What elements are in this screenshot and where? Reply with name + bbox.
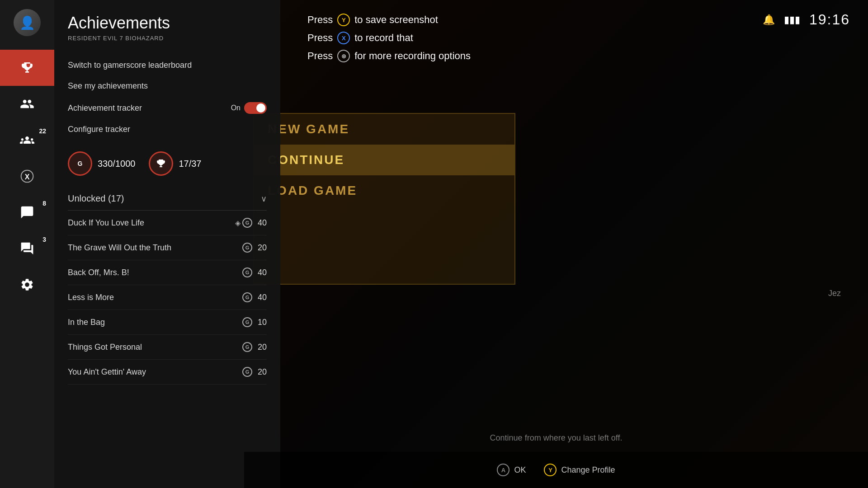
sidebar-item-friends[interactable] — [0, 86, 54, 122]
toggle-state-label: On — [231, 104, 241, 112]
screenshot-overlay: Press Y to save screenshot Press X to re… — [307, 14, 471, 68]
achievement-icons-6: G — [242, 342, 252, 352]
table-row[interactable]: Duck If You Love Life ◈ G 40 — [68, 211, 267, 235]
g-icon-4: G — [242, 292, 252, 302]
tracker-toggle[interactable] — [244, 102, 267, 114]
sidebar-item-messages[interactable]: 8 — [0, 194, 54, 230]
sidebar-item-chat[interactable]: 3 — [0, 230, 54, 267]
achievement-name-3: Back Off, Mrs. B! — [68, 268, 242, 277]
chat-icon — [20, 241, 34, 256]
menu-button: ⊛ — [337, 50, 350, 62]
screenshot-action-2: to record that — [354, 32, 413, 44]
battery-icon: ▮▮▮ — [784, 14, 800, 26]
achievement-icons-2: G — [242, 243, 252, 253]
screenshot-press-2: Press — [307, 32, 333, 44]
table-row[interactable]: Things Got Personal G 20 — [68, 335, 267, 360]
g-icon-3: G — [242, 267, 252, 277]
gamerscore-stat: G 330/1000 — [68, 151, 135, 176]
change-profile-action[interactable]: Y Change Profile — [544, 464, 615, 476]
continue-text: Continue from where you last left off. — [244, 433, 868, 443]
achievements-stat: 17/37 — [149, 151, 201, 176]
g-icon-5: G — [242, 317, 252, 327]
screenshot-action-3: for more recording options — [354, 50, 471, 62]
configure-tracker-menu-item[interactable]: Configure tracker — [68, 119, 267, 140]
screenshot-line-1: Press Y to save screenshot — [307, 14, 471, 26]
y-button-bottom: Y — [544, 464, 557, 476]
tracker-label: Achievement tracker — [68, 103, 142, 113]
party-icon — [20, 133, 34, 147]
gamerscore-icon: G — [75, 158, 85, 169]
diamond-icon: ◈ — [235, 219, 241, 227]
achievement-list: Duck If You Love Life ◈ G 40 The Grave W… — [68, 211, 267, 385]
achievements-circle — [149, 151, 173, 176]
sidebar-item-settings[interactable] — [0, 267, 54, 303]
g-icon-2: G — [242, 243, 252, 253]
table-row[interactable]: The Grave Will Out the Truth G 20 — [68, 235, 267, 260]
achievement-name-4: Less is More — [68, 293, 242, 302]
achievement-score-2: G 20 — [242, 243, 267, 253]
achievement-points-3: 40 — [258, 268, 267, 277]
leaderboard-menu-item[interactable]: Switch to gamerscore leaderboard — [68, 55, 267, 76]
main-panel: Achievements RESIDENT EVIL 7 biohazard S… — [54, 0, 280, 488]
sidebar-item-achievements[interactable] — [0, 50, 54, 86]
toggle-group: On — [231, 102, 267, 114]
ok-action[interactable]: A OK — [497, 464, 526, 476]
my-achievements-menu-item[interactable]: See my achievements — [68, 76, 267, 97]
achievement-icons-5: G — [242, 317, 252, 327]
game-menu-item-load: LOAD GAME — [254, 175, 514, 206]
sidebar: 👤 22 X 8 3 — [0, 0, 54, 488]
chevron-down-icon: ∨ — [261, 194, 267, 204]
svg-text:G: G — [78, 160, 83, 167]
achievement-score-1: ◈ G 40 — [235, 218, 267, 228]
a-button: A — [497, 464, 509, 476]
achievement-score-3: G 40 — [242, 267, 267, 277]
sidebar-item-party[interactable]: 22 — [0, 122, 54, 158]
y-button: Y — [337, 14, 350, 26]
stats-row: G 330/1000 17/37 — [68, 151, 267, 176]
xbox-icon: X — [20, 169, 34, 183]
g-icon-1: G — [242, 218, 252, 228]
trophy-icon — [20, 61, 34, 75]
gamerscore-value: 330/1000 — [98, 159, 135, 169]
game-menu-decoration: NEW GAME CONTINUE LOAD GAME — [253, 113, 515, 285]
screenshot-press-1: Press — [307, 14, 333, 26]
avatar-image: 👤 — [14, 9, 41, 36]
table-row[interactable]: In the Bag G 10 — [68, 310, 267, 335]
game-menu-item-continue: CONTINUE — [254, 145, 514, 175]
svg-text:X: X — [25, 173, 30, 181]
achievement-score-6: G 20 — [242, 342, 267, 352]
screenshot-line-2: Press X to record that — [307, 32, 471, 44]
screenshot-line-3: Press ⊛ for more recording options — [307, 50, 471, 62]
achievement-name-1: Duck If You Love Life — [68, 218, 235, 228]
achievement-points-5: 10 — [258, 318, 267, 327]
change-profile-label: Change Profile — [561, 465, 615, 475]
messages-icon — [20, 205, 34, 220]
x-button: X — [337, 32, 350, 44]
achievement-score-5: G 10 — [242, 317, 267, 327]
ok-label: OK — [514, 465, 526, 475]
sidebar-item-xbox[interactable]: X — [0, 158, 54, 194]
avatar[interactable]: 👤 — [14, 9, 41, 36]
achievement-icons-1: ◈ G — [235, 218, 252, 228]
chat-badge: 3 — [42, 236, 46, 243]
achievement-name-2: The Grave Will Out the Truth — [68, 243, 242, 253]
unlocked-section-header[interactable]: Unlocked (17) ∨ — [68, 187, 267, 211]
achievement-icons-3: G — [242, 267, 252, 277]
table-row[interactable]: Back Off, Mrs. B! G 40 — [68, 260, 267, 285]
settings-icon — [20, 277, 34, 292]
table-row[interactable]: You Ain't Gettin' Away G 20 — [68, 360, 267, 385]
hud: 🔔 ▮▮▮ 19:16 — [763, 11, 850, 28]
achievements-value: 17/37 — [179, 159, 201, 169]
screenshot-press-3: Press — [307, 50, 333, 62]
achievement-points-7: 20 — [258, 367, 267, 377]
achievement-icons-4: G — [242, 292, 252, 302]
notification-icon: 🔔 — [763, 14, 775, 26]
screenshot-action-1: to save screenshot — [354, 14, 438, 26]
achievement-points-6: 20 — [258, 343, 267, 352]
gamerscore-circle: G — [68, 151, 92, 176]
table-row[interactable]: Less is More G 40 — [68, 285, 267, 310]
achievement-name-6: Things Got Personal — [68, 343, 242, 352]
messages-badge: 8 — [42, 200, 46, 207]
achievement-score-7: G 20 — [242, 367, 267, 377]
page-title: Achievements — [68, 14, 267, 33]
